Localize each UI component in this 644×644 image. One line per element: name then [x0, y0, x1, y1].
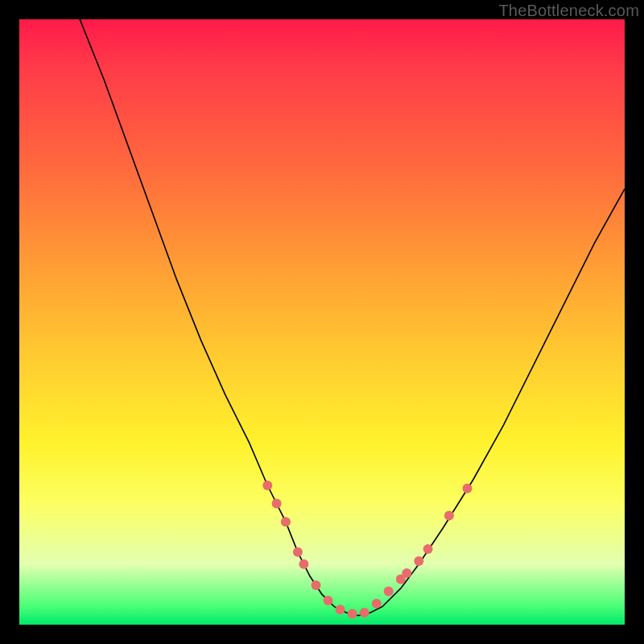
chart-frame — [19, 19, 625, 625]
watermark-text: TheBottleneck.com — [498, 2, 639, 20]
chart-background — [19, 19, 625, 625]
